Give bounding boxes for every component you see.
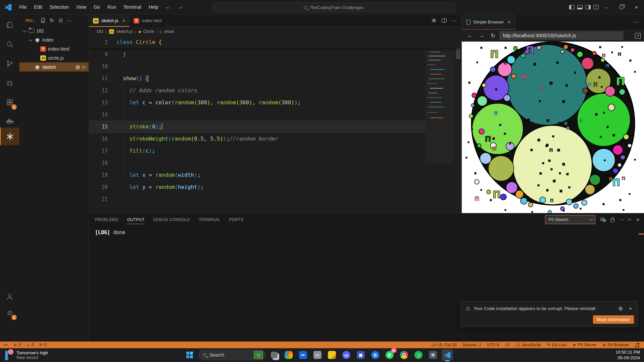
run-debug-icon[interactable] xyxy=(0,75,19,92)
notification-close-icon[interactable]: × xyxy=(628,306,633,311)
simple-browser-tab[interactable]: Simple Browser × xyxy=(462,14,515,30)
status-remote[interactable]: >< xyxy=(3,343,8,347)
explorer-more-icon[interactable]: ⋯ xyxy=(67,18,72,23)
code-line-19[interactable]: 19 let x = random(width); xyxy=(89,169,461,181)
menu-go[interactable]: Go xyxy=(90,4,104,10)
restore-button[interactable] xyxy=(614,0,629,14)
status-utf-8[interactable]: UTF-8 xyxy=(487,343,499,347)
status-0[interactable]: Ψ0 xyxy=(39,343,47,347)
tab-index.html[interactable]: 5index.html xyxy=(130,14,166,27)
status-lf[interactable]: LF xyxy=(505,343,510,347)
command-center-search[interactable]: TheCodingTrain Challenges xyxy=(213,3,455,12)
tree-item-index[interactable]: ∗index xyxy=(19,35,89,44)
run-sketch-icon[interactable]: ▷ xyxy=(83,64,86,69)
breadcrumb-item-Circle[interactable]: Circle xyxy=(143,29,154,34)
accounts-icon[interactable] xyxy=(0,289,19,305)
browser-reload-icon[interactable]: ↻ xyxy=(489,32,497,39)
status-p5-server[interactable]: ★P5 Server xyxy=(573,343,596,347)
settings-gear-icon[interactable]: 1 xyxy=(0,305,19,321)
code-line-13[interactable]: 13 let c = color(random(300), random(300… xyxy=(89,97,461,109)
run-sketch-icon[interactable] xyxy=(431,17,437,23)
close-tab-icon[interactable]: × xyxy=(122,18,125,23)
browser-back-icon[interactable]: ← xyxy=(465,32,475,39)
code-line-18[interactable]: 18 xyxy=(89,157,461,169)
extensions-icon[interactable]: 1 xyxy=(0,94,19,111)
status-0[interactable]: ⚠0 xyxy=(26,343,34,347)
breadcrumb-item-182[interactable]: 182 xyxy=(96,29,103,34)
menu-help[interactable]: Help xyxy=(145,4,162,10)
code-line-16[interactable]: 16 strokeWeight(random(0.5, 5.5));//rand… xyxy=(89,133,461,145)
refresh-explorer-icon[interactable]: ↻ xyxy=(50,17,54,23)
menu-edit[interactable]: Edit xyxy=(31,4,46,10)
code-line-11[interactable]: 11 show() { xyxy=(89,72,461,85)
code-line-12[interactable]: 12 // Adds random colors xyxy=(89,85,461,97)
nav-forward-icon[interactable]: → xyxy=(174,4,187,10)
menu-selection[interactable]: Selection xyxy=(46,4,73,10)
customize-layout-icon[interactable] xyxy=(593,5,599,9)
tree-item-index.html[interactable]: 5index.html xyxy=(19,44,89,53)
panel-more-icon[interactable]: ⋯ xyxy=(619,217,624,223)
panel-tab-terminal[interactable]: TERMINAL xyxy=(199,213,220,226)
panel-tab-problems[interactable]: PROBLEMS xyxy=(95,213,118,226)
editor-more-icon[interactable]: ⋯ xyxy=(451,17,457,24)
explorer-icon[interactable] xyxy=(0,16,19,33)
code-line-14[interactable]: 14 xyxy=(89,109,461,121)
taskbar-icon-calculator[interactable]: ⊞ xyxy=(427,349,439,361)
menu-view[interactable]: View xyxy=(72,4,90,10)
taskbar-icon-vscode[interactable] xyxy=(442,349,453,361)
taskbar-icon-whatsapp[interactable]: ✆50 xyxy=(384,349,395,361)
notification-settings-icon[interactable]: ⚙ xyxy=(617,306,624,312)
browser-more-icon[interactable]: ⋯ xyxy=(633,19,644,25)
code-line-20[interactable]: 20 let y = random(height); xyxy=(89,181,461,193)
menu-terminal[interactable]: Terminal xyxy=(120,4,145,10)
status-0[interactable]: ⊘0 xyxy=(13,343,21,347)
weather-widget[interactable]: 1 Tomorrow's high Near record xyxy=(3,349,48,361)
code-line-17[interactable]: 17 fill(c); xyxy=(89,145,461,157)
browser-forward-icon[interactable]: → xyxy=(477,32,487,39)
close-panel-icon[interactable]: × xyxy=(636,217,639,222)
maximize-panel-icon[interactable] xyxy=(628,218,631,222)
new-file-icon[interactable] xyxy=(41,18,46,23)
clear-output-icon[interactable] xyxy=(600,217,606,222)
taskbar-icon-bluetooth[interactable]: B xyxy=(369,349,381,361)
toggle-panel-icon[interactable] xyxy=(577,5,583,9)
menu-file[interactable]: File xyxy=(15,4,31,10)
taskbar-icon-chrome[interactable] xyxy=(398,349,410,361)
tree-item-182[interactable]: 182 xyxy=(19,26,89,35)
lock-scroll-icon[interactable] xyxy=(610,219,614,222)
taskbar-icon-snipping-tool[interactable]: ✂ xyxy=(297,349,309,361)
panel-tab-ports[interactable]: PORTS xyxy=(229,213,243,226)
tree-item-sketch[interactable]: ∗sketch▤▷ xyxy=(19,62,89,71)
code-line-15[interactable]: 15 stroke(0); xyxy=(89,121,461,133)
tab-sketch.js[interactable]: JSsketch.js× xyxy=(89,14,130,27)
code-line-21[interactable]: 21 xyxy=(89,193,461,205)
source-control-icon[interactable] xyxy=(0,55,19,72)
taskbar-icon-copilot[interactable] xyxy=(283,349,294,361)
panel-tab-output[interactable]: OUTPUT xyxy=(127,213,145,226)
open-external-icon[interactable]: ↗ xyxy=(635,33,641,39)
panel-tab-debug-console[interactable]: DEBUG CONSOLE xyxy=(153,213,190,226)
close-browser-tab-icon[interactable]: × xyxy=(508,19,510,25)
taskbar-icon-sticky-notes[interactable] xyxy=(326,349,338,361)
taskbar-search[interactable]: Search xyxy=(198,350,265,360)
p5-view-icon[interactable] xyxy=(0,127,19,145)
open-sketch-icon[interactable]: ▤ xyxy=(76,64,80,69)
toggle-secondary-sidebar-icon[interactable] xyxy=(585,5,591,9)
status-ln-15-col-15[interactable]: Ln 15, Col 15 xyxy=(432,343,456,347)
taskbar-icon-spotify[interactable]: ♫ xyxy=(413,349,424,361)
breadcrumb-item-sketch.js[interactable]: sketch.js xyxy=(116,29,133,34)
search-view-icon[interactable] xyxy=(0,36,19,53)
status-bell[interactable] xyxy=(635,344,639,347)
status-go-live[interactable]: ΨGo Live xyxy=(547,343,566,347)
code-line-9[interactable]: 9 } xyxy=(89,48,461,60)
code-line-10[interactable]: 10 xyxy=(89,60,461,72)
menu-run[interactable]: Run xyxy=(104,4,120,10)
start-button[interactable] xyxy=(184,349,195,361)
close-button[interactable]: × xyxy=(629,0,644,14)
taskbar-icon-file-explorer[interactable] xyxy=(268,349,280,361)
taskbar-icon-printer[interactable]: ▭ xyxy=(312,349,323,361)
taskbar-icon-discord[interactable]: ω xyxy=(341,349,352,361)
toggle-sidebar-icon[interactable] xyxy=(569,5,575,9)
more-information-button[interactable]: More Information xyxy=(593,315,634,324)
taskbar-icon-system-monitor[interactable]: ▣ xyxy=(355,349,366,361)
